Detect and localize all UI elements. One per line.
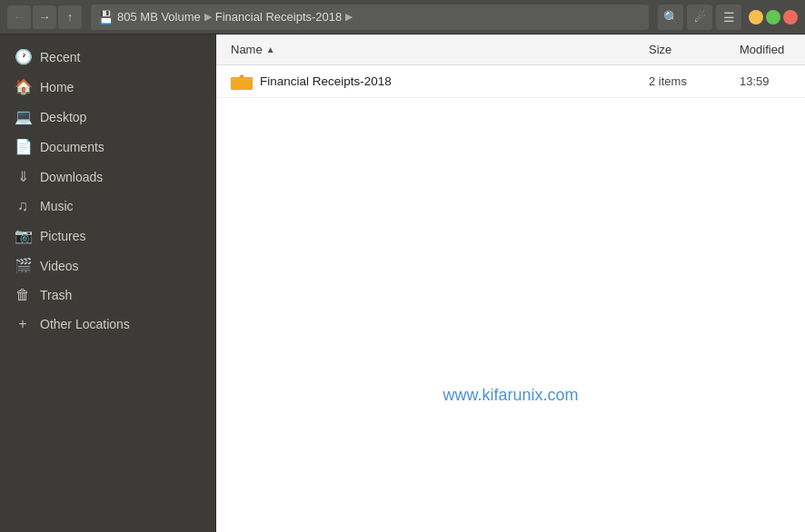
titlebar-actions: 🔍 ☄ ☰ xyxy=(658,5,741,30)
file-modified-value: 13:59 xyxy=(740,74,770,88)
forward-button[interactable]: → xyxy=(33,5,56,29)
recent-icon: 🕐 xyxy=(15,48,31,65)
modified-header-label: Modified xyxy=(740,43,784,56)
videos-icon: 🎬 xyxy=(15,257,31,274)
svg-rect-1 xyxy=(231,77,253,80)
window-controls xyxy=(749,10,798,25)
current-folder-label: Financial Receipts-2018 xyxy=(215,10,342,24)
sidebar-item-trash[interactable]: 🗑 Trash xyxy=(0,281,215,310)
desktop-icon: 💻 xyxy=(15,108,31,125)
file-name-cell: Financial Receipts-2018 xyxy=(216,73,641,91)
watermark-text: www.kifarunix.com xyxy=(442,386,578,404)
trash-icon: 🗑 xyxy=(15,287,31,303)
folder-icon xyxy=(231,73,253,91)
file-name-text: Financial Receipts-2018 xyxy=(260,74,392,88)
sidebar-label-recent: Recent xyxy=(40,50,80,64)
documents-icon: 📄 xyxy=(15,138,31,155)
file-list: Financial Receipts-2018 2 items 13:59 ww… xyxy=(216,65,805,532)
sidebar-label-trash: Trash xyxy=(40,288,72,302)
music-icon: ♫ xyxy=(15,198,31,214)
sidebar-label-videos: Videos xyxy=(40,259,79,273)
maximize-button[interactable] xyxy=(766,10,780,25)
sidebar-label-home: Home xyxy=(40,80,74,94)
column-headers: Name ▲ Size Modified xyxy=(216,34,805,65)
breadcrumb-separator: ▶ xyxy=(204,11,212,23)
sidebar-label-documents: Documents xyxy=(40,140,104,154)
sidebar: 🕐 Recent 🏠 Home 💻 Desktop 📄 Documents ⇓ … xyxy=(0,34,216,532)
drive-icon: 💾 xyxy=(98,10,114,25)
main-layout: 🕐 Recent 🏠 Home 💻 Desktop 📄 Documents ⇓ … xyxy=(0,34,805,532)
sidebar-item-music[interactable]: ♫ Music xyxy=(0,192,215,221)
column-modified-header[interactable]: Modified xyxy=(732,43,805,56)
sidebar-label-desktop: Desktop xyxy=(40,110,86,124)
pictures-icon: 📷 xyxy=(15,227,31,244)
sidebar-item-downloads[interactable]: ⇓ Downloads xyxy=(0,162,215,192)
sidebar-label-downloads: Downloads xyxy=(40,170,103,184)
search-button[interactable]: 🔍 xyxy=(658,5,683,30)
sidebar-item-other-locations[interactable]: + Other Locations xyxy=(0,310,215,339)
breadcrumb[interactable]: 💾 805 MB Volume ▶ Financial Receipts-201… xyxy=(91,5,649,30)
other-locations-icon: + xyxy=(15,316,31,332)
home-icon: 🏠 xyxy=(15,78,31,95)
menu-button[interactable]: ☰ xyxy=(716,5,741,30)
column-name-header[interactable]: Name ▲ xyxy=(216,43,641,56)
titlebar: ← → ↑ 💾 805 MB Volume ▶ Financial Receip… xyxy=(0,0,805,34)
breadcrumb-volume: 💾 805 MB Volume xyxy=(98,10,201,25)
table-row[interactable]: Financial Receipts-2018 2 items 13:59 xyxy=(216,65,805,98)
sidebar-label-music: Music xyxy=(40,199,74,213)
nav-buttons: ← → ↑ xyxy=(7,5,82,29)
column-size-header[interactable]: Size xyxy=(641,43,732,56)
view-toggle-button[interactable]: ☄ xyxy=(687,5,712,30)
size-header-label: Size xyxy=(649,43,671,56)
close-button[interactable] xyxy=(783,10,798,25)
sort-arrow-icon: ▲ xyxy=(266,44,275,54)
volume-label: 805 MB Volume xyxy=(117,10,201,24)
minimize-button[interactable] xyxy=(749,10,763,25)
breadcrumb-end-chevron: ▶ xyxy=(345,11,353,23)
sidebar-label-other-locations: Other Locations xyxy=(40,317,130,331)
sidebar-item-videos[interactable]: 🎬 Videos xyxy=(0,251,215,281)
content-area: Name ▲ Size Modified xyxy=(216,34,805,532)
sidebar-label-pictures: Pictures xyxy=(40,229,86,243)
name-header-label: Name xyxy=(231,43,263,56)
breadcrumb-current-folder: Financial Receipts-2018 xyxy=(215,10,342,24)
sidebar-item-recent[interactable]: 🕐 Recent xyxy=(0,42,215,72)
sidebar-item-home[interactable]: 🏠 Home xyxy=(0,72,215,102)
sidebar-item-pictures[interactable]: 📷 Pictures xyxy=(0,221,215,251)
back-button[interactable]: ← xyxy=(7,5,31,29)
watermark: www.kifarunix.com xyxy=(442,386,578,405)
up-button[interactable]: ↑ xyxy=(58,5,82,29)
file-size-value: 2 items xyxy=(649,74,687,88)
file-modified-cell: 13:59 xyxy=(732,74,805,88)
sidebar-item-documents[interactable]: 📄 Documents xyxy=(0,132,215,162)
file-size-cell: 2 items xyxy=(641,74,732,88)
sidebar-item-desktop[interactable]: 💻 Desktop xyxy=(0,102,215,132)
downloads-icon: ⇓ xyxy=(15,168,31,185)
